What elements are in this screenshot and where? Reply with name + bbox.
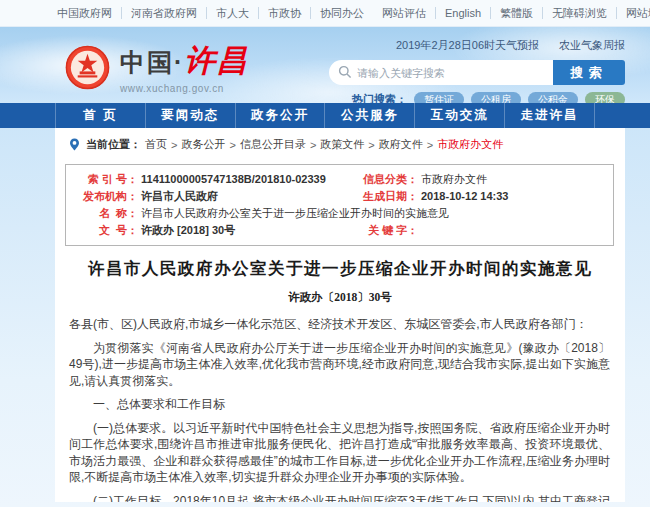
national-emblem-icon xyxy=(64,44,111,91)
top-utility-bar: 中国政府网 河南省政府网 市人大 市政协 协同办公 网站评估 English 繁… xyxy=(0,0,650,27)
breadcrumb-gov-info[interactable]: 政务公开 xyxy=(181,137,225,152)
search-button[interactable]: 搜索 xyxy=(553,60,625,85)
topbar-link-traditional-chinese[interactable]: 繁體版 xyxy=(490,7,542,19)
breadcrumb-separator: > xyxy=(427,139,433,151)
meta-label-keywords: 关 键 字： xyxy=(354,222,418,239)
nav-item-about-xuchang[interactable]: 走进许昌 xyxy=(504,103,595,128)
meta-row: 发布机构： 许昌市人民政府 生成日期： 2018-10-12 14:33 xyxy=(66,188,613,205)
nav-item-public-service[interactable]: 公共服务 xyxy=(324,103,414,128)
breadcrumb-gov-docs[interactable]: 政府文件 xyxy=(379,137,423,152)
meta-value-date: 2018-10-12 14:33 xyxy=(418,188,613,205)
breadcrumb-separator: > xyxy=(171,139,177,151)
topbar-left-links: 中国政府网 河南省政府网 市人大 市政协 协同办公 xyxy=(48,7,373,19)
main-nav: 首 页 要闻动态 政务公开 公共服务 互动交流 走进许昌 xyxy=(0,103,650,128)
document-body: 各县(市、区)人民政府,市城乡一体化示范区、经济技术开发区、东城区管委会,市人民… xyxy=(69,316,610,502)
document-title: 许昌市人民政府办公室关于进一步压缩企业开办时间的实施意见 xyxy=(55,258,625,280)
meta-row: 索 引 号： 11411000005747138B/201810-02339 信… xyxy=(66,171,613,188)
topbar-link-cppcc[interactable]: 市政协 xyxy=(258,7,310,19)
content-area: 当前位置： 首页 > 政务公开 > 信息公开目录 > 政策文件 > 政府文件 >… xyxy=(55,128,625,502)
topbar-link-sitemap[interactable]: 网站地图 xyxy=(616,7,650,19)
meta-value-index-number: 11411000005747138B/201810-02339 xyxy=(138,171,354,188)
breadcrumb-policy-docs[interactable]: 政策文件 xyxy=(320,137,364,152)
meta-value-keywords xyxy=(418,222,613,239)
nav-item-news[interactable]: 要闻动态 xyxy=(145,103,235,128)
search-input[interactable] xyxy=(329,60,553,85)
weather-links-row: 2019年2月28日06时天气预报 农业气象周报 xyxy=(396,38,625,53)
site-url: www.xuchang.gov.cn xyxy=(120,83,248,94)
meta-label-index-number: 索 引 号： xyxy=(66,171,138,188)
document-paragraph: 为贯彻落实《河南省人民政府办公厅关于进一步压缩企业开办时间的实施意见》(豫政办〔… xyxy=(69,340,610,390)
site-logo[interactable]: 中国·许昌 www.xuchang.gov.cn xyxy=(64,40,248,94)
site-name-prefix: 中国· xyxy=(120,48,184,76)
meta-label-doc-number: 文 号： xyxy=(66,222,138,239)
breadcrumb-separator: > xyxy=(368,139,374,151)
meta-label-issuer: 发布机构： xyxy=(66,188,138,205)
weather-forecast-link[interactable]: 2019年2月28日06时天气预报 xyxy=(396,38,539,53)
site-name: 许昌 xyxy=(184,43,248,78)
search-bar: 搜索 xyxy=(329,60,625,85)
location-pin-icon xyxy=(69,138,80,151)
hot-search-row: 热门搜索： 暂住证 公租房 公积金 环保 xyxy=(352,92,625,103)
breadcrumb-info-catalog[interactable]: 信息公开目录 xyxy=(240,137,306,152)
agro-weather-link[interactable]: 农业气象周报 xyxy=(559,38,625,53)
breadcrumb-home[interactable]: 首页 xyxy=(145,137,167,152)
nav-item-home[interactable]: 首 页 xyxy=(55,103,145,128)
hot-tag-environmental-protection[interactable]: 环保 xyxy=(585,92,625,103)
topbar-link-peoples-congress[interactable]: 市人大 xyxy=(206,7,258,19)
meta-row: 文 号： 许政办 [2018] 30号 关 键 字： xyxy=(66,222,613,239)
hot-search-label: 热门搜索： xyxy=(352,92,407,103)
topbar-link-collab-office[interactable]: 协同办公 xyxy=(310,7,373,19)
search-icon xyxy=(338,65,352,79)
topbar-link-henan-gov[interactable]: 河南省政府网 xyxy=(121,7,206,19)
document-paragraph: 各县(市、区)人民政府,市城乡一体化示范区、经济技术开发区、东城区管委会,市人民… xyxy=(69,316,610,333)
meta-row: 名 称： 许昌市人民政府办公室关于进一步压缩企业开办时间的实施意见 xyxy=(66,205,613,222)
document-paragraph: (一)总体要求。以习近平新时代中国特色社会主义思想为指导,按照国务院、省政府压缩… xyxy=(69,420,610,486)
topbar-link-accessibility[interactable]: 无障碍浏览 xyxy=(542,7,616,19)
hot-tag-temporary-residence-permit[interactable]: 暂住证 xyxy=(414,92,464,103)
document-number: 许政办〔2018〕30号 xyxy=(55,290,625,305)
meta-value-title: 许昌市人民政府办公室关于进一步压缩企业开办时间的实施意见 xyxy=(138,205,613,222)
meta-value-doc-number: 许政办 [2018] 30号 xyxy=(138,222,354,239)
breadcrumb-separator: > xyxy=(229,139,235,151)
topbar-link-site-eval[interactable]: 网站评估 xyxy=(373,7,435,19)
hot-tag-public-rental-housing[interactable]: 公租房 xyxy=(471,92,521,103)
topbar-right-links: 网站评估 English 繁體版 无障碍浏览 网站地图 xyxy=(373,7,650,19)
nav-item-gov-info[interactable]: 政务公开 xyxy=(235,103,325,128)
topbar-link-english[interactable]: English xyxy=(435,7,490,19)
breadcrumb-label: 当前位置： xyxy=(86,137,141,152)
meta-label-title: 名 称： xyxy=(66,205,138,222)
nav-item-interaction[interactable]: 互动交流 xyxy=(414,103,504,128)
topbar-link-gov-cn[interactable]: 中国政府网 xyxy=(48,7,121,19)
meta-value-category: 市政府办文件 xyxy=(418,171,613,188)
site-header: 中国·许昌 www.xuchang.gov.cn 2019年2月28日06时天气… xyxy=(0,27,650,103)
breadcrumb-separator: > xyxy=(310,139,316,151)
meta-label-date: 生成日期： xyxy=(354,188,418,205)
document-paragraph: (二)工作目标。2018年10月起,将市本级企业开办时间压缩至3天(指工作日,下… xyxy=(69,493,610,503)
meta-value-issuer: 许昌市人民政府 xyxy=(138,188,354,205)
document-section-heading: 一、总体要求和工作目标 xyxy=(69,396,610,413)
document-meta-table: 索 引 号： 11411000005747138B/201810-02339 信… xyxy=(65,164,614,246)
breadcrumb: 当前位置： 首页 > 政务公开 > 信息公开目录 > 政策文件 > 政府文件 >… xyxy=(55,128,625,152)
breadcrumb-current: 市政府办文件 xyxy=(437,137,503,152)
hot-tag-provident-fund[interactable]: 公积金 xyxy=(528,92,578,103)
meta-label-category: 信息分类： xyxy=(354,171,418,188)
